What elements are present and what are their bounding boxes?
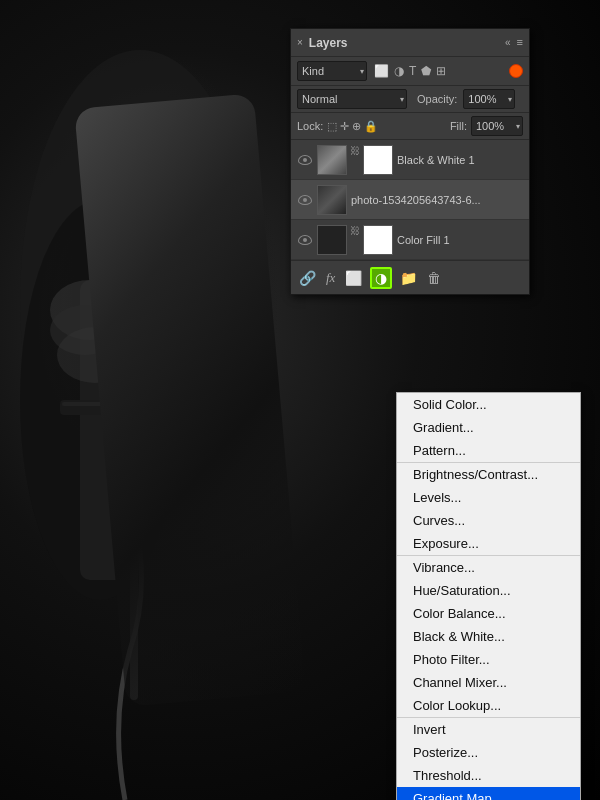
menu-section-other: Invert Posterize... Threshold... Gradien… [397, 718, 580, 800]
mask-button[interactable]: ⬜ [343, 268, 364, 288]
layer-mask-thumbnail [363, 145, 393, 175]
layer-thumb-group [317, 185, 347, 215]
layer-name: photo-1534205643743-6... [351, 194, 523, 206]
menu-item-levels[interactable]: Levels... [397, 486, 580, 509]
svg-rect-4 [125, 340, 143, 380]
menu-item-solid-color[interactable]: Solid Color... [397, 393, 580, 416]
panel-toolbar: 🔗 fx ⬜ ◑ 📁 🗑 [291, 260, 529, 294]
menu-section-color: Vibrance... Hue/Saturation... Color Bala… [397, 556, 580, 718]
adjustment-button[interactable]: ◑ [370, 267, 392, 289]
svg-point-7 [57, 327, 133, 383]
lock-pixels-icon[interactable]: ⬚ [327, 120, 337, 133]
menu-section-fills: Solid Color... Gradient... Pattern... [397, 393, 580, 463]
menu-item-photo-filter[interactable]: Photo Filter... [397, 648, 580, 671]
menu-item-black-white[interactable]: Black & White... [397, 625, 580, 648]
blend-mode-row: Normal Dissolve Multiply Screen Overlay … [291, 86, 529, 113]
adjustment-filter-icon[interactable]: ◑ [393, 63, 405, 79]
layers-panel: × Layers « ≡ Kind Name Effect Mode Attri… [290, 28, 530, 295]
menu-item-invert[interactable]: Invert [397, 718, 580, 741]
layer-thumbnail [317, 225, 347, 255]
kind-filter-row: Kind Name Effect Mode Attribute Color ▾ … [291, 57, 529, 86]
panel-menu-icon[interactable]: ≡ [517, 37, 523, 48]
folder-button[interactable]: 📁 [398, 268, 419, 288]
chain-icon: ⛓ [350, 145, 360, 175]
lock-icons-group: ⬚ ✛ ⊕ 🔒 [327, 120, 378, 133]
layers-list: ⛓ Black & White 1 photo-1534205643743-6.… [291, 140, 529, 260]
layer-visibility-toggle[interactable] [297, 152, 313, 168]
smart-filter-icon[interactable]: ⊞ [435, 63, 447, 79]
menu-item-vibrance[interactable]: Vibrance... [397, 556, 580, 579]
filter-toggle[interactable] [509, 64, 523, 78]
layer-thumbnail [317, 145, 347, 175]
filter-icons-group: ⬜ ◑ T ⬟ ⊞ [373, 63, 447, 79]
layer-item[interactable]: photo-1534205643743-6... [291, 180, 529, 220]
opacity-label: Opacity: [417, 93, 457, 105]
panel-titlebar: × Layers « ≡ [291, 29, 529, 57]
pixel-filter-icon[interactable]: ⬜ [373, 63, 390, 79]
kind-select[interactable]: Kind Name Effect Mode Attribute Color [297, 61, 367, 81]
layer-thumbnail [317, 185, 347, 215]
layer-thumb-group: ⛓ [317, 145, 393, 175]
layer-item[interactable]: ⛓ Black & White 1 [291, 140, 529, 180]
menu-item-exposure[interactable]: Exposure... [397, 532, 580, 555]
layer-thumb-group: ⛓ [317, 225, 393, 255]
menu-item-gradient-map[interactable]: Gradient Map... [397, 787, 580, 800]
eye-icon [298, 235, 312, 245]
layer-item[interactable]: ⛓ Color Fill 1 [291, 220, 529, 260]
fx-button[interactable]: fx [324, 268, 337, 288]
menu-section-tone: Brightness/Contrast... Levels... Curves.… [397, 463, 580, 556]
trash-button[interactable]: 🗑 [425, 268, 443, 288]
svg-rect-9 [62, 402, 128, 406]
layer-name: Color Fill 1 [397, 234, 523, 246]
fill-label: Fill: [450, 120, 467, 132]
menu-item-color-lookup[interactable]: Color Lookup... [397, 694, 580, 717]
menu-item-pattern[interactable]: Pattern... [397, 439, 580, 462]
fill-select[interactable]: 100% 75% 50% 0% [471, 116, 523, 136]
panel-collapse-icon[interactable]: « [505, 37, 511, 48]
chain-icon: ⛓ [350, 225, 360, 255]
type-filter-icon[interactable]: T [408, 63, 417, 79]
eye-icon [298, 195, 312, 205]
link-button[interactable]: 🔗 [297, 268, 318, 288]
opacity-select[interactable]: 100% 75% 50% 25% 0% [463, 89, 515, 109]
layer-visibility-toggle[interactable] [297, 192, 313, 208]
lock-move-icon[interactable]: ✛ [340, 120, 349, 133]
menu-item-channel-mixer[interactable]: Channel Mixer... [397, 671, 580, 694]
lock-all-icon[interactable]: 🔒 [364, 120, 378, 133]
panel-title: Layers [309, 36, 348, 50]
eye-icon [298, 155, 312, 165]
blend-mode-select[interactable]: Normal Dissolve Multiply Screen Overlay [297, 89, 407, 109]
layer-visibility-toggle[interactable] [297, 232, 313, 248]
svg-rect-3 [130, 350, 138, 700]
menu-item-hue-saturation[interactable]: Hue/Saturation... [397, 579, 580, 602]
context-menu: Solid Color... Gradient... Pattern... Br… [396, 392, 581, 800]
shape-filter-icon[interactable]: ⬟ [420, 63, 432, 79]
layer-mask-thumbnail [363, 225, 393, 255]
lock-label: Lock: [297, 120, 323, 132]
layer-name: Black & White 1 [397, 154, 523, 166]
menu-item-posterize[interactable]: Posterize... [397, 741, 580, 764]
menu-item-color-balance[interactable]: Color Balance... [397, 602, 580, 625]
menu-item-brightness-contrast[interactable]: Brightness/Contrast... [397, 463, 580, 486]
menu-item-curves[interactable]: Curves... [397, 509, 580, 532]
lock-row: Lock: ⬚ ✛ ⊕ 🔒 Fill: 100% 75% 50% 0% ▾ [291, 113, 529, 140]
lock-artboard-icon[interactable]: ⊕ [352, 120, 361, 133]
panel-close-button[interactable]: × [297, 38, 303, 48]
menu-item-threshold[interactable]: Threshold... [397, 764, 580, 787]
menu-item-gradient[interactable]: Gradient... [397, 416, 580, 439]
